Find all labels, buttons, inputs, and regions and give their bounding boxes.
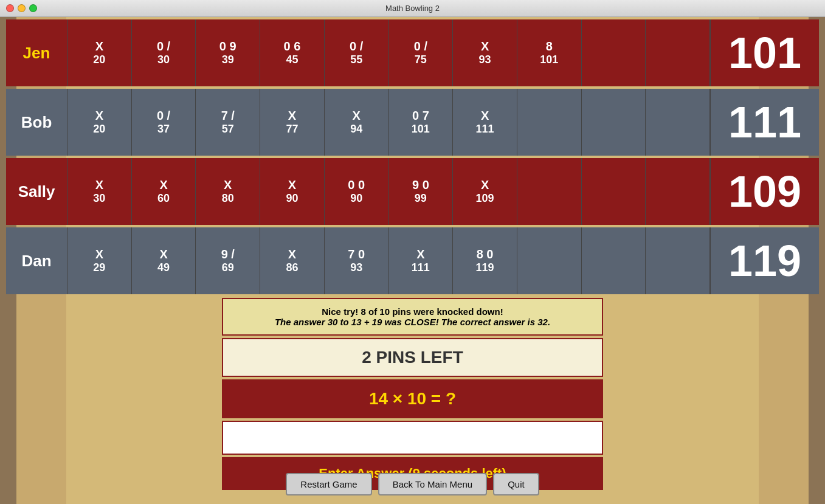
quit-button[interactable]: Quit <box>493 473 539 495</box>
frame-bob-2: 0 /37 <box>131 89 196 156</box>
player-row-dan: Dan X29 X49 9 /69 X86 7 093 X111 8 0119 … <box>6 227 819 294</box>
frame-sally-5: 0 090 <box>324 158 388 225</box>
total-score-bob: 111 <box>709 89 819 156</box>
pins-left-display: 2 PINS LEFT <box>222 338 603 377</box>
player-row-jen: Jen X20 0 /30 0 939 0 645 0 /55 0 /75 X9… <box>6 19 819 86</box>
frame-bob-4: X77 <box>260 89 324 156</box>
math-question: 14 × 10 = ? <box>222 379 603 418</box>
frames-bob: X20 0 /37 7 /57 X77 X94 0 7101 X111 <box>67 89 709 156</box>
frame-jen-3: 0 939 <box>195 19 260 86</box>
frame-dan-10 <box>645 227 709 294</box>
frame-dan-9 <box>581 227 646 294</box>
title-bar: Math Bowling 2 <box>0 0 825 17</box>
frame-bob-7: X111 <box>452 89 517 156</box>
dialog-area: Nice try! 8 of 10 pins were knocked down… <box>222 298 603 495</box>
frame-bob-8 <box>517 89 581 156</box>
frame-jen-6: 0 /75 <box>388 19 453 86</box>
player-name-sally: Sally <box>6 158 67 225</box>
frame-jen-8: 8101 <box>517 19 581 86</box>
frame-bob-10 <box>645 89 709 156</box>
message-line1: Nice try! 8 of 10 pins were knocked down… <box>235 306 590 317</box>
maximize-button[interactable] <box>29 4 37 12</box>
frame-jen-9 <box>581 19 646 86</box>
frame-sally-9 <box>581 158 646 225</box>
frame-bob-9 <box>581 89 646 156</box>
total-score-jen: 101 <box>709 19 819 86</box>
frame-dan-1: X29 <box>67 227 131 294</box>
frame-sally-8 <box>517 158 581 225</box>
frame-jen-10 <box>645 19 709 86</box>
answer-input[interactable] <box>226 424 599 451</box>
frame-dan-4: X86 <box>260 227 324 294</box>
close-button[interactable] <box>6 4 14 12</box>
total-score-dan: 119 <box>709 227 819 294</box>
bottom-buttons-bar: Restart Game Back To Main Menu Quit <box>0 473 825 495</box>
frame-dan-3: 9 /69 <box>195 227 260 294</box>
frame-jen-5: 0 /55 <box>324 19 388 86</box>
frame-bob-5: X94 <box>324 89 388 156</box>
frame-jen-7: X93 <box>452 19 517 86</box>
restart-game-button[interactable]: Restart Game <box>286 473 371 495</box>
frame-dan-7: 8 0119 <box>452 227 517 294</box>
window-controls[interactable] <box>6 4 37 12</box>
player-name-jen: Jen <box>6 19 67 86</box>
frame-jen-1: X20 <box>67 19 131 86</box>
frame-sally-10 <box>645 158 709 225</box>
message-line2: The answer 30 to 13 + 19 was CLOSE! The … <box>235 317 590 327</box>
frame-bob-3: 7 /57 <box>195 89 260 156</box>
answer-input-container[interactable] <box>222 421 603 455</box>
player-row-sally: Sally X30 X60 X80 X90 0 090 9 099 X109 1… <box>6 158 819 225</box>
frames-jen: X20 0 /30 0 939 0 645 0 /55 0 /75 X93 81… <box>67 19 709 86</box>
frame-sally-7: X109 <box>452 158 517 225</box>
frame-sally-6: 9 099 <box>388 158 453 225</box>
frames-dan: X29 X49 9 /69 X86 7 093 X111 8 0119 <box>67 227 709 294</box>
frame-dan-5: 7 093 <box>324 227 388 294</box>
frame-jen-2: 0 /30 <box>131 19 196 86</box>
frame-sally-2: X60 <box>131 158 196 225</box>
player-name-bob: Bob <box>6 89 67 156</box>
frames-sally: X30 X60 X80 X90 0 090 9 099 X109 <box>67 158 709 225</box>
frame-jen-4: 0 645 <box>260 19 324 86</box>
main-menu-button[interactable]: Back To Main Menu <box>378 473 487 495</box>
frame-sally-1: X30 <box>67 158 131 225</box>
frame-bob-6: 0 7101 <box>388 89 453 156</box>
player-name-dan: Dan <box>6 227 67 294</box>
frame-sally-4: X90 <box>260 158 324 225</box>
minimize-button[interactable] <box>18 4 26 12</box>
frame-dan-6: X111 <box>388 227 453 294</box>
message-box: Nice try! 8 of 10 pins were knocked down… <box>222 298 603 336</box>
frame-dan-2: X49 <box>131 227 196 294</box>
player-row-bob: Bob X20 0 /37 7 /57 X77 X94 0 7101 X111 … <box>6 89 819 156</box>
frame-dan-8 <box>517 227 581 294</box>
window-title: Math Bowling 2 <box>385 4 440 13</box>
frame-bob-1: X20 <box>67 89 131 156</box>
scoreboard: Jen X20 0 /30 0 939 0 645 0 /55 0 /75 X9… <box>6 19 819 297</box>
frame-sally-3: X80 <box>195 158 260 225</box>
total-score-sally: 109 <box>709 158 819 225</box>
